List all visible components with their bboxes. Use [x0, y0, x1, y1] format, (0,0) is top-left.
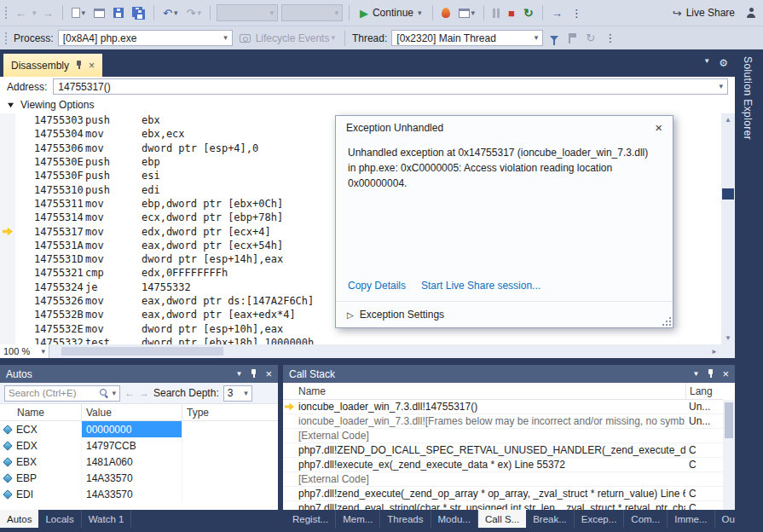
close-icon[interactable]: ×	[265, 367, 272, 380]
pin-icon[interactable]	[707, 369, 714, 379]
call-stack-row[interactable]: php7.dll!execute_ex(_zend_execute_data *…	[283, 458, 723, 472]
call-stack-row[interactable]: php7.dll!ZEND_DO_ICALL_SPEC_RETVAL_UNUSE…	[283, 443, 723, 458]
scrollbar-thumb[interactable]	[725, 402, 733, 438]
column-header-type[interactable]: Type	[182, 404, 278, 420]
pin-icon[interactable]	[75, 61, 83, 70]
call-stack-row[interactable]: php7.dll!zend_execute(_zend_op_array * o…	[283, 487, 723, 501]
debug-toolbar-overflow-button[interactable]: ⋮	[602, 31, 618, 45]
autos-row[interactable]: ECX00000000	[0, 421, 278, 437]
search-next-button[interactable]: →	[139, 387, 149, 399]
toolbar-grip[interactable]	[4, 6, 8, 20]
call-stack-row[interactable]: php7.dll!zend_eval_stringl(char * str, u…	[283, 501, 723, 510]
lifecycle-events-button[interactable]: Lifecycle Events ▾	[237, 31, 338, 46]
configuration-combo[interactable]: ▾	[217, 4, 278, 21]
disassembly-line[interactable]: 14755332testdword ptr [ebx+18h],1000000h	[0, 336, 721, 344]
search-depth-combo[interactable]: 3 ▾	[223, 385, 252, 402]
continue-button[interactable]: ▶ Continue ▾	[355, 5, 426, 21]
pin-icon[interactable]	[250, 369, 257, 379]
bottom-tab-autos[interactable]: Autos	[0, 510, 38, 528]
bottom-tab-call-s[interactable]: Call S...	[478, 510, 526, 528]
horizontal-scrollbar[interactable]: 100 % ▾ ►	[0, 344, 721, 358]
start-live-share-link[interactable]: Start Live Share session...	[421, 280, 540, 292]
gear-icon[interactable]: ⚙	[719, 57, 728, 69]
column-header-name[interactable]: Name	[298, 385, 685, 397]
bottom-tab-locals[interactable]: Locals	[38, 510, 81, 528]
resize-grip[interactable]	[669, 324, 671, 326]
call-stack-titlebar[interactable]: Call Stack ▼ ×	[283, 365, 735, 383]
document-list-dropdown-icon[interactable]: ▼	[703, 57, 710, 69]
user-account-button[interactable]	[743, 6, 759, 20]
close-icon[interactable]: ×	[722, 367, 729, 380]
autos-row[interactable]: EDX14797CCB	[0, 437, 278, 454]
call-stack-row[interactable]: ioncube_loader_win_7.3.dll!14755317()Un.…	[283, 400, 723, 414]
break-all-button[interactable]	[490, 7, 502, 20]
solution-explorer-tab[interactable]: Solution Explorer	[742, 56, 754, 140]
bottom-tab-break[interactable]: Break...	[526, 510, 575, 528]
navigate-dropdown-icon[interactable]: ▾	[32, 9, 37, 17]
autos-value-cell[interactable]: 14797CCB	[82, 437, 182, 454]
copy-details-link[interactable]: Copy Details	[348, 280, 406, 292]
filter-threads-button[interactable]	[547, 34, 561, 43]
new-file-dropdown-icon[interactable]: ▾	[82, 9, 86, 17]
redo-button[interactable]: ↷▾	[184, 6, 204, 20]
toolbar-grip[interactable]	[4, 32, 8, 45]
scrollbar-thumb[interactable]	[722, 188, 734, 200]
column-header-lang[interactable]: Lang	[685, 383, 723, 399]
toggle-flagged-button[interactable]: ↻	[583, 31, 598, 45]
bottom-tab-regist[interactable]: Regist...	[286, 510, 336, 528]
undo-dropdown-icon[interactable]: ▾	[174, 9, 178, 17]
close-icon[interactable]: ×	[89, 60, 95, 72]
save-button[interactable]	[111, 6, 126, 20]
window-position-icon[interactable]: ▼	[692, 370, 699, 378]
call-stack-row[interactable]: [External Code]	[283, 472, 723, 487]
viewing-options-expander[interactable]: ▼ Viewing Options	[0, 96, 735, 113]
live-share-button[interactable]: ↪ Live Share	[668, 7, 740, 19]
column-header-value[interactable]: Value	[82, 404, 182, 420]
autos-value-cell[interactable]: 1481A060	[82, 454, 182, 470]
scrollbar-thumb[interactable]	[61, 347, 223, 356]
search-previous-button[interactable]: ←	[124, 387, 135, 399]
call-stack-row[interactable]: ioncube_loader_win_7.3.dll![Frames below…	[283, 414, 723, 429]
autos-row[interactable]: EDI14A33570	[0, 486, 278, 502]
hot-reload-button[interactable]	[439, 6, 453, 20]
new-file-button[interactable]: ▾	[69, 6, 89, 20]
bottom-tab-threads[interactable]: Threads	[380, 510, 431, 528]
platform-combo[interactable]: ▾	[281, 4, 343, 21]
show-next-statement-button[interactable]: →	[549, 6, 565, 20]
autos-value-cell[interactable]: 14A33570	[82, 470, 182, 486]
thread-combo[interactable]: [0x2320] Main Thread ▾	[391, 30, 543, 46]
autos-row[interactable]: EBX1481A060	[0, 454, 278, 470]
search-dropdown-icon[interactable]: ▾	[112, 390, 116, 397]
autos-value-cell[interactable]: 00000000	[82, 421, 182, 437]
continue-dropdown-icon[interactable]: ▾	[418, 9, 422, 17]
toolbar-overflow-button[interactable]: ⋮	[569, 6, 585, 20]
bottom-tab-com[interactable]: Com...	[624, 510, 668, 528]
call-stack-scrollbar[interactable]	[723, 400, 735, 510]
column-header-name[interactable]: Name	[0, 404, 82, 420]
search-input[interactable]: Search (Ctrl+E) ▾	[4, 385, 120, 402]
scroll-up-icon[interactable]: ▲	[721, 116, 735, 124]
autos-titlebar[interactable]: Autos ▼ ×	[0, 365, 278, 383]
bottom-tab-imme[interactable]: Imme...	[668, 510, 714, 528]
zoom-combo[interactable]: 100 % ▾	[0, 344, 49, 358]
save-all-button[interactable]	[130, 5, 147, 21]
call-stack-row[interactable]: [External Code]	[283, 429, 723, 443]
tab-disassembly[interactable]: Disassembly ×	[3, 54, 102, 77]
scroll-down-icon[interactable]: ▼	[721, 334, 735, 342]
bottom-tab-excep[interactable]: Excep...	[575, 510, 625, 528]
bottom-tab-mem[interactable]: Mem...	[336, 510, 380, 528]
close-icon[interactable]: ×	[655, 120, 662, 135]
bottom-tab-modu[interactable]: Modu...	[431, 510, 478, 528]
breakpoints-window-button[interactable]: ▾	[456, 7, 478, 20]
open-file-button[interactable]	[91, 7, 107, 20]
stop-debugging-button[interactable]: ■	[506, 5, 517, 21]
process-combo[interactable]: [0x8A4] php.exe ▾	[58, 30, 233, 46]
breakpoints-dropdown-icon[interactable]: ▾	[471, 9, 476, 17]
vertical-scrollbar[interactable]: ▲ ▼	[721, 113, 735, 344]
flag-threads-button[interactable]	[565, 32, 579, 45]
navigate-backward-button[interactable]: ←	[13, 6, 29, 20]
autos-row[interactable]: EBP14A33570	[0, 470, 278, 486]
undo-button[interactable]: ↶▾	[160, 6, 180, 20]
exception-settings-expander[interactable]: ▷ Exception Settings	[336, 301, 673, 327]
scroll-right-icon[interactable]: ►	[708, 348, 721, 356]
